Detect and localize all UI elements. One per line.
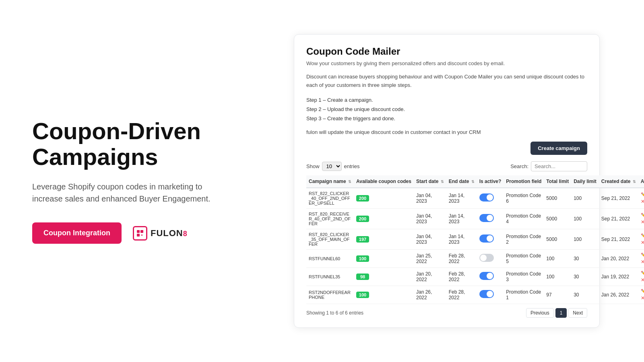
cell-start: Jan 04, 2023 [414, 208, 446, 229]
cell-end: Jan 14, 2023 [446, 208, 477, 229]
action-icons: ✏️ 🔗 ✕ 🔒 [641, 213, 644, 225]
cell-promo: Promotion Code 3 [504, 267, 544, 286]
cta-row: Coupon Integration FULON8 [32, 222, 225, 244]
cell-total: 5000 [544, 229, 571, 249]
action-row-1: ✏️ 🔗 [641, 233, 644, 239]
search-label: Search: [510, 163, 528, 169]
prev-button[interactable]: Previous [526, 308, 554, 318]
page-1-button[interactable]: 1 [555, 308, 567, 318]
campaigns-table: Campaign name ⇅ Available coupon codes S… [306, 175, 644, 304]
cell-end: Feb 28, 2022 [446, 286, 477, 304]
cell-action: ✏️ 🔗 ✕ 🔒 [638, 286, 644, 304]
cell-daily: 30 [571, 267, 599, 286]
cell-daily: 100 [571, 188, 599, 209]
cell-codes: 197 [354, 229, 414, 249]
edit-icon[interactable]: ✏️ [641, 213, 644, 218]
show-label: Show [306, 163, 320, 169]
active-toggle[interactable] [479, 290, 494, 298]
cell-name: RST_822_CLICKER_40_OFF_2ND_OFFER_UPSELL [306, 188, 354, 209]
col-campaign-name: Campaign name ⇅ [306, 175, 354, 188]
delete-icon[interactable]: ✕ [641, 277, 644, 283]
cell-created: Sep 21, 2022 [599, 208, 638, 229]
cell-start: Jan 04, 2023 [414, 188, 446, 209]
cell-name: RSTFUNNEL35 [306, 267, 354, 286]
action-row-2: ✕ 🔒 [641, 277, 644, 283]
cell-codes: 200 [354, 188, 414, 209]
col-daily: Daily limit [571, 175, 599, 188]
active-toggle[interactable] [479, 254, 494, 262]
fulon-icon [133, 226, 147, 241]
active-toggle[interactable] [479, 234, 494, 243]
cell-daily: 30 [571, 286, 599, 304]
cell-codes: 100 [354, 249, 414, 267]
cell-name: RST_820_RECEIVER_40_OFF_2ND_OFFER [306, 208, 354, 229]
cell-action: ✏️ 🔗 ✕ 🔒 [638, 188, 644, 209]
cell-codes: 98 [354, 267, 414, 286]
action-icons: ✏️ 🔗 ✕ 🔒 [641, 192, 644, 204]
cell-daily: 30 [571, 249, 599, 267]
delete-icon[interactable]: ✕ [641, 240, 644, 245]
table-row: RST_822_CLICKER_40_OFF_2ND_OFFER_UPSELL … [306, 188, 644, 209]
cell-action: ✏️ 🔗 ✕ 🔒 [638, 208, 644, 229]
svg-rect-1 [140, 230, 143, 233]
search-input[interactable] [531, 161, 587, 171]
app-steps: Step 1 – Create a campaign. Step 2 – Upl… [306, 95, 587, 123]
cell-created: Jan 19, 2022 [599, 267, 638, 286]
coupon-integration-button[interactable]: Coupon Integration [32, 222, 122, 244]
cell-name: RST2NDOFFEREARPHONE [306, 286, 354, 304]
cell-end: Jan 14, 2023 [446, 188, 477, 209]
cell-daily: 100 [571, 208, 599, 229]
action-row-2: ✕ 🔒 [641, 295, 644, 301]
cell-promo: Promotion Code 5 [504, 249, 544, 267]
table-footer: Showing 1 to 6 of 6 entries Previous 1 N… [306, 308, 587, 318]
cell-active[interactable] [477, 267, 504, 286]
cell-total: 97 [544, 286, 571, 304]
action-row-1: ✏️ 🔗 [641, 271, 644, 276]
cell-start: Jan 20, 2022 [414, 267, 446, 286]
action-row-2: ✕ 🔒 [641, 219, 644, 225]
table-row: RSTFUNNEL35 98 Jan 20, 2022 Feb 28, 2022… [306, 267, 644, 286]
col-available-codes: Available coupon codes [354, 175, 414, 188]
edit-icon[interactable]: ✏️ [641, 253, 644, 258]
action-row-2: ✕ 🔒 [641, 259, 644, 265]
delete-icon[interactable]: ✕ [641, 199, 644, 204]
edit-icon[interactable]: ✏️ [641, 233, 644, 239]
pagination: Previous 1 Next [526, 308, 587, 318]
active-toggle[interactable] [479, 214, 494, 222]
delete-icon[interactable]: ✕ [641, 219, 644, 225]
svg-rect-2 [137, 234, 140, 237]
action-row-1: ✏️ 🔗 [641, 213, 644, 218]
cell-promo: Promotion Code 1 [504, 286, 544, 304]
entries-select[interactable]: 10 25 50 [322, 162, 342, 171]
delete-icon[interactable]: ✕ [641, 259, 644, 265]
cell-active[interactable] [477, 286, 504, 304]
cell-active[interactable] [477, 188, 504, 209]
delete-icon[interactable]: ✕ [641, 295, 644, 301]
step-3: Step 3 – Create the triggers and done. [306, 114, 587, 123]
edit-icon[interactable]: ✏️ [641, 289, 644, 294]
search-box: Search: [510, 161, 587, 171]
cell-active[interactable] [477, 208, 504, 229]
active-toggle[interactable] [479, 193, 494, 202]
create-campaign-button[interactable]: Create campaign [530, 142, 587, 155]
col-total: Total limit [544, 175, 571, 188]
cell-active[interactable] [477, 229, 504, 249]
app-note: fulon will update the unique discount co… [306, 129, 587, 135]
table-controls: Show 10 25 50 entries Search: [306, 161, 587, 171]
app-desc: Discount can increase buyers shopping be… [306, 73, 587, 90]
active-toggle[interactable] [479, 272, 494, 280]
cell-promo: Promotion Code 6 [504, 188, 544, 209]
cell-start: Jan 26, 2022 [414, 286, 446, 304]
right-panel: Coupon Code Mailer Wow your customers by… [258, 26, 644, 336]
hero-title: Coupon-Driven Campaigns [32, 118, 225, 170]
edit-icon[interactable]: ✏️ [641, 271, 644, 276]
action-icons: ✏️ 🔗 ✕ 🔒 [641, 271, 644, 283]
cell-name: RST_820_CLICKER_35_OFF_MAIN_OFFER [306, 229, 354, 249]
cell-active[interactable] [477, 249, 504, 267]
step-1: Step 1 – Create a campaign. [306, 95, 587, 105]
edit-icon[interactable]: ✏️ [641, 192, 644, 198]
next-button[interactable]: Next [568, 308, 587, 318]
action-row-1: ✏️ 🔗 [641, 192, 644, 198]
col-action: Action [638, 175, 644, 188]
cell-codes: 100 [354, 286, 414, 304]
